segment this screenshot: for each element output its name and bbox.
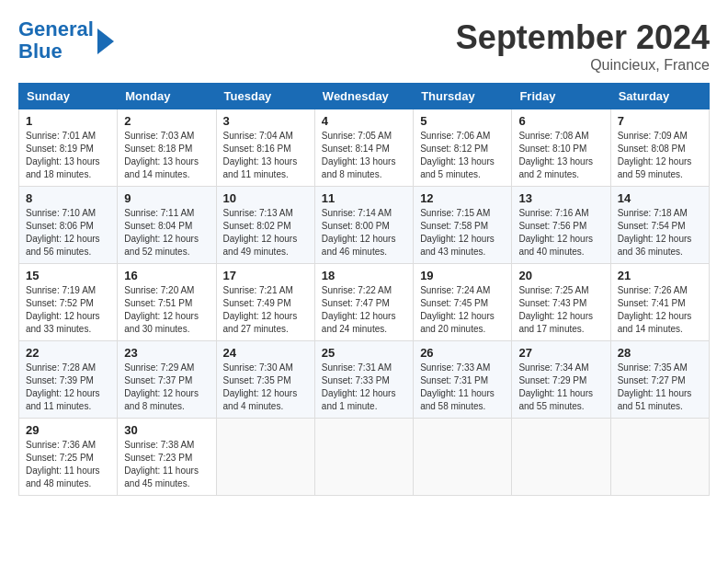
day-info: Sunrise: 7:03 AM Sunset: 8:18 PM Dayligh… xyxy=(124,130,209,181)
day-info: Sunrise: 7:19 AM Sunset: 7:52 PM Dayligh… xyxy=(26,284,110,336)
day-number: 29 xyxy=(26,423,110,437)
day-number: 23 xyxy=(124,346,209,360)
day-info: Sunrise: 7:04 AM Sunset: 8:16 PM Dayligh… xyxy=(223,130,308,181)
day-info: Sunrise: 7:06 AM Sunset: 8:12 PM Dayligh… xyxy=(420,130,505,181)
day-number: 14 xyxy=(618,191,702,205)
day-number: 7 xyxy=(618,114,702,128)
logo-general: General xyxy=(18,17,94,40)
calendar-cell: 9Sunrise: 7:11 AM Sunset: 8:04 PM Daylig… xyxy=(118,187,216,264)
calendar-cell: 2Sunrise: 7:03 AM Sunset: 8:18 PM Daylig… xyxy=(118,109,216,187)
header-thursday: Thursday xyxy=(414,84,512,109)
calendar-cell xyxy=(216,419,314,496)
calendar-week-2: 8Sunrise: 7:10 AM Sunset: 8:06 PM Daylig… xyxy=(19,187,710,264)
calendar-week-3: 15Sunrise: 7:19 AM Sunset: 7:52 PM Dayli… xyxy=(19,264,710,341)
day-number: 22 xyxy=(26,346,110,360)
calendar-week-4: 22Sunrise: 7:28 AM Sunset: 7:39 PM Dayli… xyxy=(19,341,710,419)
calendar-cell: 28Sunrise: 7:35 AM Sunset: 7:27 PM Dayli… xyxy=(610,341,709,419)
calendar-cell: 5Sunrise: 7:06 AM Sunset: 8:12 PM Daylig… xyxy=(414,109,512,187)
title-section: September 2024 Quincieux, France xyxy=(456,18,710,74)
day-number: 15 xyxy=(26,269,110,282)
calendar-cell: 22Sunrise: 7:28 AM Sunset: 7:39 PM Dayli… xyxy=(19,341,118,419)
calendar-cell: 18Sunrise: 7:22 AM Sunset: 7:47 PM Dayli… xyxy=(314,264,413,341)
day-info: Sunrise: 7:30 AM Sunset: 7:35 PM Dayligh… xyxy=(223,362,308,413)
calendar-cell: 8Sunrise: 7:10 AM Sunset: 8:06 PM Daylig… xyxy=(19,187,118,264)
logo-text: General Blue xyxy=(18,18,94,63)
day-number: 10 xyxy=(223,191,308,205)
calendar-header-row: SundayMondayTuesdayWednesdayThursdayFrid… xyxy=(19,84,710,109)
header-saturday: Saturday xyxy=(610,84,709,109)
day-number: 27 xyxy=(518,346,603,360)
day-number: 12 xyxy=(420,191,505,205)
day-number: 20 xyxy=(518,269,603,282)
day-number: 16 xyxy=(124,269,209,282)
header-friday: Friday xyxy=(512,84,610,109)
calendar-cell: 7Sunrise: 7:09 AM Sunset: 8:08 PM Daylig… xyxy=(610,109,709,187)
day-number: 6 xyxy=(518,114,603,128)
day-number: 8 xyxy=(26,191,110,205)
calendar-cell xyxy=(512,419,610,496)
calendar-cell: 21Sunrise: 7:26 AM Sunset: 7:41 PM Dayli… xyxy=(610,264,709,341)
day-number: 4 xyxy=(322,114,406,128)
day-number: 25 xyxy=(322,346,406,360)
day-number: 11 xyxy=(322,191,406,205)
day-number: 3 xyxy=(223,114,308,128)
day-number: 21 xyxy=(618,269,702,282)
logo-blue: Blue xyxy=(18,40,63,63)
calendar-cell: 29Sunrise: 7:36 AM Sunset: 7:25 PM Dayli… xyxy=(19,419,118,496)
day-info: Sunrise: 7:24 AM Sunset: 7:45 PM Dayligh… xyxy=(420,284,505,336)
calendar-cell: 1Sunrise: 7:01 AM Sunset: 8:19 PM Daylig… xyxy=(19,109,118,187)
day-info: Sunrise: 7:33 AM Sunset: 7:31 PM Dayligh… xyxy=(420,362,505,413)
calendar-cell: 4Sunrise: 7:05 AM Sunset: 8:14 PM Daylig… xyxy=(314,109,413,187)
day-info: Sunrise: 7:08 AM Sunset: 8:10 PM Dayligh… xyxy=(518,130,603,181)
day-info: Sunrise: 7:29 AM Sunset: 7:37 PM Dayligh… xyxy=(124,362,209,413)
day-info: Sunrise: 7:36 AM Sunset: 7:25 PM Dayligh… xyxy=(26,439,110,490)
calendar-cell: 6Sunrise: 7:08 AM Sunset: 8:10 PM Daylig… xyxy=(512,109,610,187)
day-info: Sunrise: 7:01 AM Sunset: 8:19 PM Dayligh… xyxy=(26,130,110,181)
day-info: Sunrise: 7:21 AM Sunset: 7:49 PM Dayligh… xyxy=(223,284,308,336)
header-monday: Monday xyxy=(118,84,216,109)
day-info: Sunrise: 7:22 AM Sunset: 7:47 PM Dayligh… xyxy=(322,284,406,336)
day-number: 9 xyxy=(124,191,209,205)
calendar-cell: 25Sunrise: 7:31 AM Sunset: 7:33 PM Dayli… xyxy=(314,341,413,419)
day-info: Sunrise: 7:26 AM Sunset: 7:41 PM Dayligh… xyxy=(618,284,702,336)
day-info: Sunrise: 7:18 AM Sunset: 7:54 PM Dayligh… xyxy=(618,207,702,259)
header-wednesday: Wednesday xyxy=(314,84,413,109)
day-number: 5 xyxy=(420,114,505,128)
day-info: Sunrise: 7:38 AM Sunset: 7:23 PM Dayligh… xyxy=(124,439,209,490)
day-info: Sunrise: 7:11 AM Sunset: 8:04 PM Dayligh… xyxy=(124,207,209,259)
logo-arrow-icon xyxy=(97,29,114,54)
day-number: 30 xyxy=(124,423,209,437)
logo: General Blue xyxy=(18,18,114,63)
day-number: 19 xyxy=(420,269,505,282)
calendar-cell: 20Sunrise: 7:25 AM Sunset: 7:43 PM Dayli… xyxy=(512,264,610,341)
day-number: 18 xyxy=(322,269,406,282)
day-info: Sunrise: 7:15 AM Sunset: 7:58 PM Dayligh… xyxy=(420,207,505,259)
calendar-cell: 16Sunrise: 7:20 AM Sunset: 7:51 PM Dayli… xyxy=(118,264,216,341)
header-sunday: Sunday xyxy=(19,84,118,109)
calendar-cell: 13Sunrise: 7:16 AM Sunset: 7:56 PM Dayli… xyxy=(512,187,610,264)
calendar-week-1: 1Sunrise: 7:01 AM Sunset: 8:19 PM Daylig… xyxy=(19,109,710,187)
day-number: 17 xyxy=(223,269,308,282)
calendar-cell: 23Sunrise: 7:29 AM Sunset: 7:37 PM Dayli… xyxy=(118,341,216,419)
calendar-cell xyxy=(610,419,709,496)
calendar-cell: 14Sunrise: 7:18 AM Sunset: 7:54 PM Dayli… xyxy=(610,187,709,264)
day-info: Sunrise: 7:10 AM Sunset: 8:06 PM Dayligh… xyxy=(26,207,110,259)
day-info: Sunrise: 7:34 AM Sunset: 7:29 PM Dayligh… xyxy=(518,362,603,413)
calendar-cell xyxy=(414,419,512,496)
day-number: 1 xyxy=(26,114,110,128)
calendar-cell: 3Sunrise: 7:04 AM Sunset: 8:16 PM Daylig… xyxy=(216,109,314,187)
day-info: Sunrise: 7:09 AM Sunset: 8:08 PM Dayligh… xyxy=(618,130,702,181)
page-header: General Blue September 2024 Quincieux, F… xyxy=(18,18,710,74)
location-subtitle: Quincieux, France xyxy=(456,57,710,74)
day-number: 26 xyxy=(420,346,505,360)
calendar-cell: 19Sunrise: 7:24 AM Sunset: 7:45 PM Dayli… xyxy=(414,264,512,341)
calendar-cell: 10Sunrise: 7:13 AM Sunset: 8:02 PM Dayli… xyxy=(216,187,314,264)
calendar-cell: 24Sunrise: 7:30 AM Sunset: 7:35 PM Dayli… xyxy=(216,341,314,419)
calendar-cell: 17Sunrise: 7:21 AM Sunset: 7:49 PM Dayli… xyxy=(216,264,314,341)
header-tuesday: Tuesday xyxy=(216,84,314,109)
day-number: 13 xyxy=(518,191,603,205)
day-number: 28 xyxy=(618,346,702,360)
day-info: Sunrise: 7:14 AM Sunset: 8:00 PM Dayligh… xyxy=(322,207,406,259)
day-number: 2 xyxy=(124,114,209,128)
day-info: Sunrise: 7:16 AM Sunset: 7:56 PM Dayligh… xyxy=(518,207,603,259)
